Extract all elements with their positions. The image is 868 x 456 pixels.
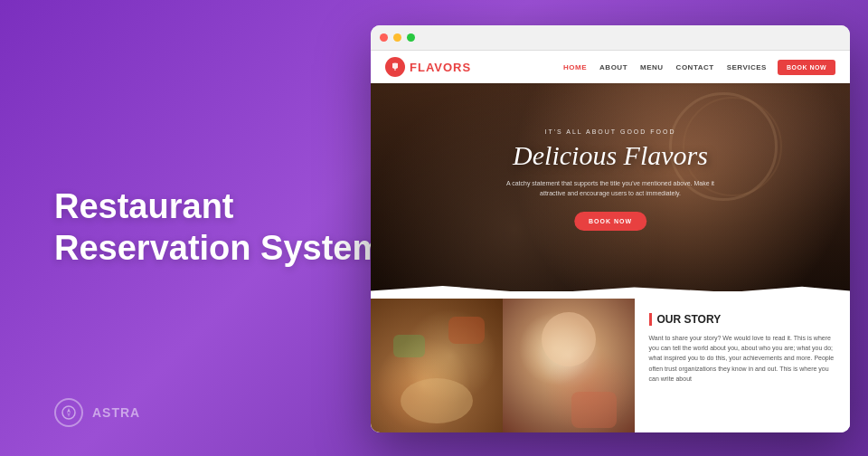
food-image-1 <box>371 299 503 432</box>
story-bar <box>649 313 652 326</box>
brush-stroke <box>371 291 850 299</box>
dot-yellow <box>393 33 401 42</box>
nav-home[interactable]: HOME <box>563 63 587 71</box>
astra-label: ASTRA <box>92 405 140 420</box>
dot-green <box>407 33 415 42</box>
nav-contact[interactable]: CONTACT <box>676 63 714 71</box>
nav-logo-text: FLAVORS <box>410 61 471 74</box>
hero-subtitle: IT'S ALL ABOUT GOOD FOOD <box>430 128 790 135</box>
left-panel: Restaurant Reservation System <box>54 186 382 269</box>
hero-book-button[interactable]: BOOK NOW <box>574 212 646 231</box>
astra-logo: ASTRA <box>54 398 140 427</box>
nav-menu[interactable]: MENU <box>640 63 664 71</box>
nav-services[interactable]: SERVICES <box>727 63 767 71</box>
bottom-section: OUR STORY Want to share your story? We w… <box>371 299 850 432</box>
main-title: Restaurant Reservation System <box>54 186 382 269</box>
nav-logo: FLAVORS <box>385 57 471 77</box>
hero-content: IT'S ALL ABOUT GOOD FOOD Delicious Flavo… <box>430 128 790 231</box>
browser-chrome <box>371 25 850 51</box>
hero-section: IT'S ALL ABOUT GOOD FOOD Delicious Flavo… <box>371 83 850 291</box>
hero-title: Delicious Flavors <box>430 140 790 170</box>
hero-desc: A catchy statement that supports the tit… <box>502 179 719 198</box>
story-section: OUR STORY Want to share your story? We w… <box>635 299 851 432</box>
nav-logo-icon <box>385 57 405 77</box>
nav-book-button[interactable]: BOOK NOW <box>778 60 835 75</box>
food-images <box>371 299 635 432</box>
svg-rect-1 <box>395 68 396 71</box>
food-image-2 <box>503 299 635 432</box>
browser-mockup: FLAVORS HOME ABOUT MENU CONTACT SERVICES… <box>371 25 850 432</box>
website-content: FLAVORS HOME ABOUT MENU CONTACT SERVICES… <box>371 51 850 432</box>
navbar: FLAVORS HOME ABOUT MENU CONTACT SERVICES… <box>371 51 850 83</box>
nav-about[interactable]: ABOUT <box>599 63 627 71</box>
story-text: Want to share your story? We would love … <box>649 333 836 384</box>
story-title: OUR STORY <box>649 313 836 326</box>
nav-links: HOME ABOUT MENU CONTACT SERVICES <box>563 63 767 71</box>
astra-icon <box>54 398 83 427</box>
dot-red <box>380 33 388 42</box>
